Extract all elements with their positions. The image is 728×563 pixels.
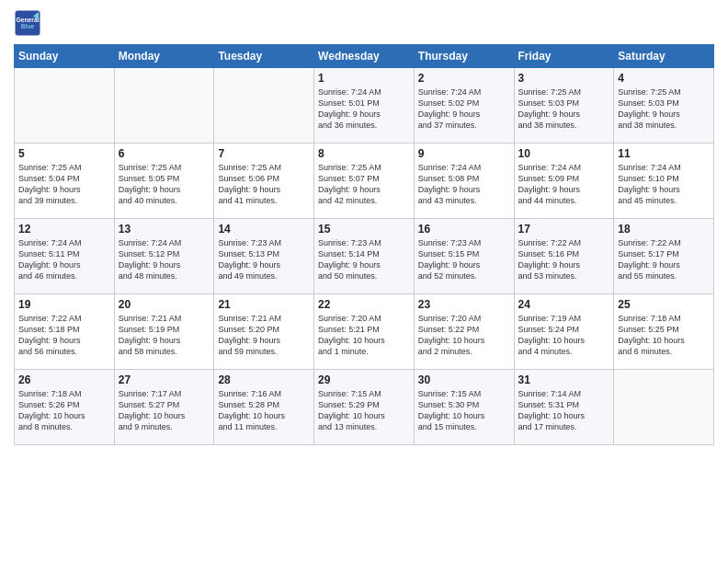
day-number: 6 [119,147,210,160]
day-number: 10 [518,147,610,160]
week-row-2: 5Sunrise: 7:25 AM Sunset: 5:04 PM Daylig… [15,144,714,219]
calendar-page: General Blue SundayMondayTuesdayWednesda… [0,0,728,563]
calendar-cell: 7Sunrise: 7:25 AM Sunset: 5:06 PM Daylig… [214,144,314,219]
cell-content: Sunrise: 7:25 AM Sunset: 5:07 PM Dayligh… [318,162,410,207]
day-number: 26 [18,373,110,386]
weekday-header-thursday: Thursday [414,45,514,68]
cell-content: Sunrise: 7:24 AM Sunset: 5:01 PM Dayligh… [318,86,410,132]
day-number: 30 [418,373,510,386]
calendar-cell: 9Sunrise: 7:24 AM Sunset: 5:08 PM Daylig… [414,144,514,219]
header: General Blue [14,9,714,37]
cell-content: Sunrise: 7:25 AM Sunset: 5:03 PM Dayligh… [518,86,610,132]
cell-content: Sunrise: 7:20 AM Sunset: 5:21 PM Dayligh… [318,313,410,358]
day-number: 24 [518,298,610,311]
calendar-cell: 4Sunrise: 7:25 AM Sunset: 5:03 PM Daylig… [614,68,714,144]
day-number: 13 [119,223,210,236]
day-number: 25 [618,298,710,311]
calendar-cell [214,68,314,144]
day-number: 5 [18,147,110,160]
day-number: 16 [418,223,510,236]
day-number: 28 [218,373,310,386]
calendar-cell: 23Sunrise: 7:20 AM Sunset: 5:22 PM Dayli… [414,294,514,370]
cell-content: Sunrise: 7:21 AM Sunset: 5:19 PM Dayligh… [119,313,210,358]
cell-content: Sunrise: 7:25 AM Sunset: 5:06 PM Dayligh… [218,162,310,207]
week-row-3: 12Sunrise: 7:24 AM Sunset: 5:11 PM Dayli… [15,219,714,294]
calendar-cell: 5Sunrise: 7:25 AM Sunset: 5:04 PM Daylig… [15,144,115,219]
calendar-cell: 21Sunrise: 7:21 AM Sunset: 5:20 PM Dayli… [214,294,314,370]
calendar-cell: 29Sunrise: 7:15 AM Sunset: 5:29 PM Dayli… [314,370,415,445]
calendar-cell: 11Sunrise: 7:24 AM Sunset: 5:10 PM Dayli… [614,144,714,219]
day-number: 9 [418,147,510,160]
calendar-cell: 1Sunrise: 7:24 AM Sunset: 5:01 PM Daylig… [314,68,415,144]
cell-content: Sunrise: 7:24 AM Sunset: 5:09 PM Dayligh… [518,162,610,207]
day-number: 31 [518,373,610,386]
day-number: 12 [18,223,110,236]
cell-content: Sunrise: 7:24 AM Sunset: 5:10 PM Dayligh… [618,162,710,207]
day-number: 29 [318,373,410,386]
calendar-cell: 12Sunrise: 7:24 AM Sunset: 5:11 PM Dayli… [15,219,115,294]
weekday-header-saturday: Saturday [614,45,714,68]
cell-content: Sunrise: 7:24 AM Sunset: 5:08 PM Dayligh… [418,162,510,207]
weekday-header-sunday: Sunday [15,45,115,68]
cell-content: Sunrise: 7:19 AM Sunset: 5:24 PM Dayligh… [518,313,610,358]
calendar-cell: 25Sunrise: 7:18 AM Sunset: 5:25 PM Dayli… [614,294,714,370]
cell-content: Sunrise: 7:23 AM Sunset: 5:13 PM Dayligh… [218,237,310,282]
calendar-cell: 20Sunrise: 7:21 AM Sunset: 5:19 PM Dayli… [114,294,214,370]
week-row-4: 19Sunrise: 7:22 AM Sunset: 5:18 PM Dayli… [15,294,714,370]
day-number: 14 [218,223,310,236]
cell-content: Sunrise: 7:22 AM Sunset: 5:16 PM Dayligh… [518,237,610,282]
cell-content: Sunrise: 7:23 AM Sunset: 5:15 PM Dayligh… [418,237,510,282]
calendar-cell: 3Sunrise: 7:25 AM Sunset: 5:03 PM Daylig… [514,68,614,144]
cell-content: Sunrise: 7:25 AM Sunset: 5:03 PM Dayligh… [618,86,710,132]
calendar-cell: 8Sunrise: 7:25 AM Sunset: 5:07 PM Daylig… [314,144,415,219]
day-number: 19 [18,298,110,311]
calendar-cell [114,68,214,144]
day-number: 2 [418,72,510,85]
calendar-cell: 31Sunrise: 7:14 AM Sunset: 5:31 PM Dayli… [514,370,614,445]
week-row-1: 1Sunrise: 7:24 AM Sunset: 5:01 PM Daylig… [15,68,714,144]
cell-content: Sunrise: 7:22 AM Sunset: 5:18 PM Dayligh… [18,313,110,358]
calendar-cell: 16Sunrise: 7:23 AM Sunset: 5:15 PM Dayli… [414,219,514,294]
day-number: 27 [119,373,210,386]
calendar-cell: 2Sunrise: 7:24 AM Sunset: 5:02 PM Daylig… [414,68,514,144]
calendar-cell: 26Sunrise: 7:18 AM Sunset: 5:26 PM Dayli… [15,370,115,445]
logo: General Blue [14,9,45,37]
cell-content: Sunrise: 7:21 AM Sunset: 5:20 PM Dayligh… [218,313,310,358]
calendar-cell [614,370,714,445]
day-number: 1 [318,72,410,85]
day-number: 17 [518,223,610,236]
day-number: 18 [618,223,710,236]
calendar-cell: 13Sunrise: 7:24 AM Sunset: 5:12 PM Dayli… [114,219,214,294]
cell-content: Sunrise: 7:25 AM Sunset: 5:04 PM Dayligh… [18,162,110,207]
cell-content: Sunrise: 7:24 AM Sunset: 5:12 PM Dayligh… [119,237,210,282]
day-number: 22 [318,298,410,311]
calendar-cell: 17Sunrise: 7:22 AM Sunset: 5:16 PM Dayli… [514,219,614,294]
day-number: 8 [318,147,410,160]
calendar-cell [15,68,115,144]
calendar-cell: 24Sunrise: 7:19 AM Sunset: 5:24 PM Dayli… [514,294,614,370]
day-number: 15 [318,223,410,236]
calendar-cell: 28Sunrise: 7:16 AM Sunset: 5:28 PM Dayli… [214,370,314,445]
day-number: 4 [618,72,710,85]
weekday-header-friday: Friday [514,45,614,68]
weekday-header-wednesday: Wednesday [314,45,415,68]
weekday-header-row: SundayMondayTuesdayWednesdayThursdayFrid… [15,45,714,68]
cell-content: Sunrise: 7:23 AM Sunset: 5:14 PM Dayligh… [318,237,410,282]
cell-content: Sunrise: 7:14 AM Sunset: 5:31 PM Dayligh… [518,388,610,433]
day-number: 21 [218,298,310,311]
calendar-cell: 30Sunrise: 7:15 AM Sunset: 5:30 PM Dayli… [414,370,514,445]
calendar-cell: 10Sunrise: 7:24 AM Sunset: 5:09 PM Dayli… [514,144,614,219]
cell-content: Sunrise: 7:16 AM Sunset: 5:28 PM Dayligh… [218,388,310,433]
calendar-cell: 27Sunrise: 7:17 AM Sunset: 5:27 PM Dayli… [114,370,214,445]
week-row-5: 26Sunrise: 7:18 AM Sunset: 5:26 PM Dayli… [15,370,714,445]
calendar-cell: 14Sunrise: 7:23 AM Sunset: 5:13 PM Dayli… [214,219,314,294]
weekday-header-monday: Monday [114,45,214,68]
calendar-cell: 18Sunrise: 7:22 AM Sunset: 5:17 PM Dayli… [614,219,714,294]
day-number: 3 [518,72,610,85]
cell-content: Sunrise: 7:22 AM Sunset: 5:17 PM Dayligh… [618,237,710,282]
cell-content: Sunrise: 7:18 AM Sunset: 5:25 PM Dayligh… [618,313,710,358]
cell-content: Sunrise: 7:15 AM Sunset: 5:30 PM Dayligh… [418,388,510,433]
calendar-cell: 6Sunrise: 7:25 AM Sunset: 5:05 PM Daylig… [114,144,214,219]
cell-content: Sunrise: 7:18 AM Sunset: 5:26 PM Dayligh… [18,388,110,433]
logo-icon: General Blue [14,9,41,37]
